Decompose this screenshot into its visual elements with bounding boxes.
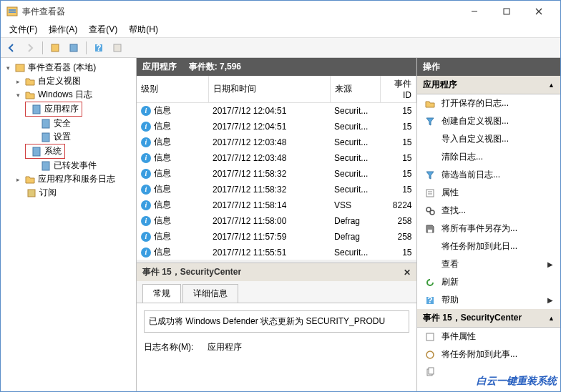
actions-header: 操作 [417, 58, 560, 76]
svg-rect-2 [9, 11, 16, 13]
actions-section-app[interactable]: 应用程序▲ [417, 76, 560, 94]
log-icon [40, 160, 52, 172]
nav-back-button[interactable] [4, 40, 19, 56]
detail-close-button[interactable]: ✕ [404, 268, 411, 278]
svg-point-28 [426, 351, 434, 358]
maximize-button[interactable] [490, 1, 522, 21]
toolbar-icon-2[interactable] [66, 40, 82, 56]
subscription-icon [26, 187, 37, 199]
action-event-props[interactable]: 事件属性 [417, 328, 560, 346]
expand-toggle[interactable]: ▸ [14, 77, 22, 86]
folder-icon [24, 89, 36, 101]
action-create-custom[interactable]: 创建自定义视图... [417, 112, 560, 130]
action-clear-log[interactable]: 清除日志... [417, 148, 560, 166]
tree-custom-views[interactable]: ▸ 自定义视图 [2, 74, 135, 88]
info-icon: i [141, 216, 151, 226]
tree-label: 已转发事件 [54, 160, 97, 172]
action-open-saved[interactable]: 打开保存的日志... [417, 94, 560, 112]
refresh-icon [424, 277, 436, 288]
action-help[interactable]: ?帮助▶ [417, 291, 560, 309]
tree-system[interactable]: 系统 [25, 144, 65, 159]
action-attach-event[interactable]: 将任务附加到此事... [417, 346, 560, 363]
tab-general[interactable]: 常规 [142, 284, 181, 303]
col-source[interactable]: 来源 [330, 76, 380, 103]
event-list[interactable]: 级别 日期和时间 来源 事件 ID i信息2017/7/12 12:04:51S… [137, 76, 416, 260]
tree-root-label: 事件查看器 (本地) [28, 62, 96, 74]
action-attach-task[interactable]: 将任务附加到此日... [417, 237, 560, 255]
tree-subscriptions[interactable]: 订阅 [2, 186, 135, 200]
menu-action[interactable]: 操作(A) [43, 22, 83, 37]
info-icon: i [141, 137, 151, 147]
action-view[interactable]: 查看▶ [417, 255, 560, 273]
expand-toggle[interactable]: ▾ [4, 64, 12, 72]
action-refresh[interactable]: 刷新 [417, 273, 560, 291]
table-row[interactable]: i信息2017/7/12 11:55:51Securit...15 [137, 245, 416, 260]
attach-icon [424, 349, 436, 361]
toolbar-help-icon[interactable]: ? [91, 40, 107, 56]
info-icon: i [141, 153, 151, 163]
tree-windows-logs[interactable]: ▾ Windows 日志 [2, 88, 135, 102]
tree-security[interactable]: 安全 [2, 117, 135, 130]
properties-icon [424, 187, 436, 199]
menu-file[interactable]: 文件(F) [4, 22, 43, 37]
table-row[interactable]: i信息2017/7/12 11:58:32Securit...15 [137, 166, 416, 182]
titlebar: 事件查看器 [1, 1, 560, 22]
tree-application[interactable]: 应用程序 [25, 102, 82, 117]
event-props-icon [424, 331, 436, 343]
action-import-custom[interactable]: 导入自定义视图... [417, 130, 560, 148]
table-row[interactable]: i信息2017/7/12 12:03:48Securit...15 [137, 150, 416, 166]
tree-label: 订阅 [39, 187, 57, 199]
table-row[interactable]: i信息2017/7/12 11:57:59Defrag258 [137, 229, 416, 245]
folder-open-icon [424, 98, 436, 109]
folder-icon [24, 76, 36, 87]
tree-forwarded[interactable]: 已转发事件 [2, 159, 135, 172]
tree-root[interactable]: ▾ 事件查看器 (本地) [2, 61, 135, 74]
action-save-all[interactable]: 将所有事件另存为... [417, 220, 560, 237]
svg-rect-8 [70, 44, 77, 52]
filter-icon [424, 170, 436, 181]
svg-rect-24 [428, 230, 432, 232]
table-row[interactable]: i信息2017/7/12 12:04:51Securit...15 [137, 119, 416, 134]
action-filter[interactable]: 筛选当前日志... [417, 166, 560, 184]
tree-setup[interactable]: 设置 [2, 130, 135, 144]
close-button[interactable] [522, 1, 555, 21]
menu-help[interactable]: 帮助(H) [123, 22, 164, 37]
info-icon: i [141, 232, 151, 242]
clear-icon [424, 152, 436, 163]
info-icon: i [141, 248, 151, 258]
svg-rect-30 [429, 368, 434, 374]
table-row[interactable]: i信息2017/7/12 12:03:48Securit...15 [137, 134, 416, 150]
svg-rect-13 [33, 105, 40, 114]
minimize-button[interactable] [458, 1, 490, 21]
tree-app-services[interactable]: ▸ 应用程序和服务日志 [2, 172, 135, 186]
action-more[interactable] [417, 363, 560, 381]
expand-toggle[interactable]: ▾ [14, 91, 22, 99]
table-row[interactable]: i信息2017/7/12 11:58:14VSS8224 [137, 197, 416, 213]
toolbar-icon-4[interactable] [109, 40, 125, 56]
nav-forward-button[interactable] [22, 40, 38, 56]
table-row[interactable]: i信息2017/7/12 12:04:51Securit...15 [137, 103, 416, 119]
actions-section-event[interactable]: 事件 15，SecurityCenter▲ [417, 309, 560, 328]
col-eventid[interactable]: 事件 ID [380, 76, 416, 103]
action-find[interactable]: 查找... [417, 202, 560, 220]
svg-rect-1 [9, 9, 16, 11]
table-row[interactable]: i信息2017/7/12 11:58:00Defrag258 [137, 213, 416, 229]
toolbar-icon-1[interactable] [47, 40, 63, 56]
svg-rect-11 [114, 44, 121, 52]
info-icon: i [141, 106, 151, 116]
svg-rect-15 [42, 133, 49, 142]
help-icon: ? [424, 295, 436, 306]
table-row[interactable]: i信息2017/7/12 11:58:32Securit...15 [137, 182, 416, 197]
action-properties[interactable]: 属性 [417, 184, 560, 202]
svg-rect-14 [42, 119, 49, 128]
tab-details[interactable]: 详细信息 [182, 284, 238, 303]
menu-view[interactable]: 查看(V) [83, 22, 123, 37]
event-count: 事件数: 7,596 [189, 62, 241, 72]
log-name-label: 日志名称(M): [144, 341, 193, 353]
svg-rect-17 [42, 162, 49, 170]
expand-toggle[interactable]: ▸ [14, 175, 22, 184]
detail-title: 事件 15，SecurityCenter [142, 266, 241, 278]
col-level[interactable]: 级别 [137, 76, 208, 103]
save-icon [424, 223, 436, 235]
col-datetime[interactable]: 日期和时间 [208, 76, 330, 103]
